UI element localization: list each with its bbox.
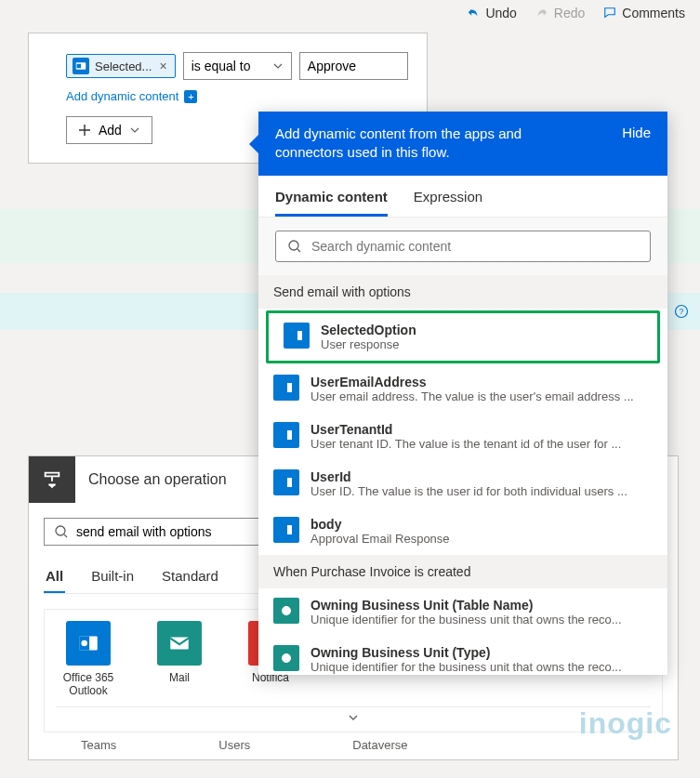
- subtab-teams[interactable]: Teams: [81, 738, 116, 752]
- item-title: UserTenantId: [310, 422, 653, 437]
- plus-icon: +: [184, 90, 197, 103]
- chevron-down-icon: [129, 125, 140, 136]
- pill-remove[interactable]: ×: [157, 59, 168, 73]
- dataverse-icon: [273, 598, 299, 624]
- svg-point-10: [289, 241, 298, 250]
- info-icon: ?: [674, 304, 689, 319]
- flyout-caret: [249, 135, 258, 153]
- add-dynamic-content-link[interactable]: Add dynamic content +: [66, 89, 408, 103]
- search-icon: [54, 524, 69, 539]
- tab-standard[interactable]: Standard: [160, 560, 220, 593]
- svg-text:?: ?: [679, 307, 683, 316]
- item-selectedoption[interactable]: SelectedOption User response: [266, 310, 660, 363]
- tab-all[interactable]: All: [44, 560, 65, 593]
- comments-button[interactable]: Comments: [603, 6, 685, 20]
- section-title: When Purchase Invoice is created: [258, 555, 667, 588]
- top-toolbar: Undo Redo Comments: [0, 0, 700, 26]
- tab-expression[interactable]: Expression: [414, 189, 482, 217]
- flyout-banner-text: Add dynamic content from the apps and co…: [275, 125, 582, 163]
- item-body[interactable]: body Approval Email Response: [258, 508, 667, 555]
- operation-title: Choose an operation: [75, 471, 227, 488]
- redo-button: Redo: [535, 6, 585, 20]
- undo-button[interactable]: Undo: [467, 6, 516, 20]
- connector-outlook[interactable]: Office 365 Outlook: [56, 621, 121, 697]
- chevron-down-icon: [272, 60, 284, 72]
- svg-rect-20: [281, 525, 287, 534]
- svg-rect-18: [281, 478, 287, 487]
- flyout-banner: Add dynamic content from the apps and co…: [258, 112, 667, 176]
- dynamic-value-pill[interactable]: Selected... ×: [66, 54, 176, 78]
- operator-select[interactable]: is equal to: [183, 52, 292, 80]
- item-owning-bu-type[interactable]: Owning Business Unit (Type) Unique ident…: [258, 636, 667, 675]
- outlook-icon: [284, 323, 310, 349]
- dynamic-content-flyout: Add dynamic content from the apps and co…: [258, 112, 667, 675]
- outlook-icon: [273, 517, 299, 543]
- flyout-search[interactable]: [275, 231, 651, 262]
- outlook-icon: [273, 469, 299, 495]
- item-usertenantid[interactable]: UserTenantId User tenant ID. The value i…: [258, 413, 667, 460]
- section-title: Send email with options: [258, 275, 667, 309]
- value-input[interactable]: Approve: [299, 52, 408, 80]
- value-text: Approve: [308, 59, 356, 73]
- connector-label: Mail: [169, 671, 190, 684]
- operation-icon: [29, 456, 75, 503]
- connector-label: Office 365 Outlook: [56, 671, 121, 697]
- svg-point-4: [56, 526, 65, 535]
- add-dynamic-label: Add dynamic content: [66, 89, 178, 103]
- search-icon: [287, 239, 302, 254]
- svg-rect-1: [77, 64, 82, 69]
- outlook-icon: [273, 422, 299, 448]
- item-desc: Approval Email Response: [310, 532, 653, 546]
- subtab-users[interactable]: Users: [218, 738, 250, 752]
- item-desc: User ID. The value is the user id for bo…: [310, 484, 653, 498]
- item-title: SelectedOption: [321, 323, 642, 337]
- item-desc: Unique identifier for the business unit …: [310, 660, 653, 674]
- undo-label: Undo: [485, 6, 516, 20]
- svg-rect-14: [281, 383, 287, 392]
- comments-label: Comments: [622, 6, 685, 20]
- item-desc: User tenant ID. The value is the tenant …: [310, 437, 653, 451]
- subtab-dataverse[interactable]: Dataverse: [352, 738, 407, 752]
- tab-dynamic-content[interactable]: Dynamic content: [275, 189, 388, 217]
- tab-builtin[interactable]: Built-in: [89, 560, 136, 593]
- expand-connectors[interactable]: [56, 706, 651, 728]
- flyout-search-input[interactable]: [311, 239, 639, 254]
- svg-point-7: [81, 640, 87, 647]
- item-title: UserEmailAddress: [310, 375, 653, 389]
- watermark: inogic: [579, 706, 672, 741]
- outlook-icon: [273, 375, 299, 401]
- flyout-hide-button[interactable]: Hide: [622, 125, 651, 163]
- flyout-tabs: Dynamic content Expression: [258, 176, 667, 218]
- operator-label: is equal to: [192, 59, 251, 73]
- connector-subtabs: Teams Users Dataverse: [44, 732, 663, 752]
- item-owning-bu-tablename[interactable]: Owning Business Unit (Table Name) Unique…: [258, 588, 667, 636]
- svg-rect-12: [291, 331, 297, 340]
- item-desc: User email address. The value is the use…: [310, 389, 653, 403]
- item-title: Owning Business Unit (Type): [310, 645, 653, 660]
- outlook-icon: [66, 621, 111, 666]
- pill-label: Selected...: [95, 59, 152, 73]
- add-button[interactable]: Add: [66, 116, 152, 144]
- item-title: Owning Business Unit (Table Name): [310, 598, 653, 613]
- flyout-list[interactable]: Send email with options SelectedOption U…: [258, 275, 667, 675]
- add-button-label: Add: [99, 123, 122, 138]
- redo-label: Redo: [554, 6, 585, 20]
- connector-mail[interactable]: Mail: [147, 621, 212, 697]
- mail-icon: [157, 621, 202, 666]
- outlook-icon: [73, 58, 89, 74]
- plus-icon: [78, 124, 91, 137]
- item-desc: User response: [321, 337, 642, 351]
- svg-rect-16: [281, 430, 287, 440]
- item-userid[interactable]: UserId User ID. The value is the user id…: [258, 460, 667, 508]
- item-useremailaddress[interactable]: UserEmailAddress User email address. The…: [258, 365, 667, 413]
- item-desc: Unique identifier for the business unit …: [310, 613, 653, 626]
- condition-row: Selected... × is equal to Approve: [66, 52, 408, 80]
- item-title: UserId: [310, 469, 653, 484]
- item-title: body: [310, 517, 653, 532]
- dataverse-icon: [273, 645, 299, 671]
